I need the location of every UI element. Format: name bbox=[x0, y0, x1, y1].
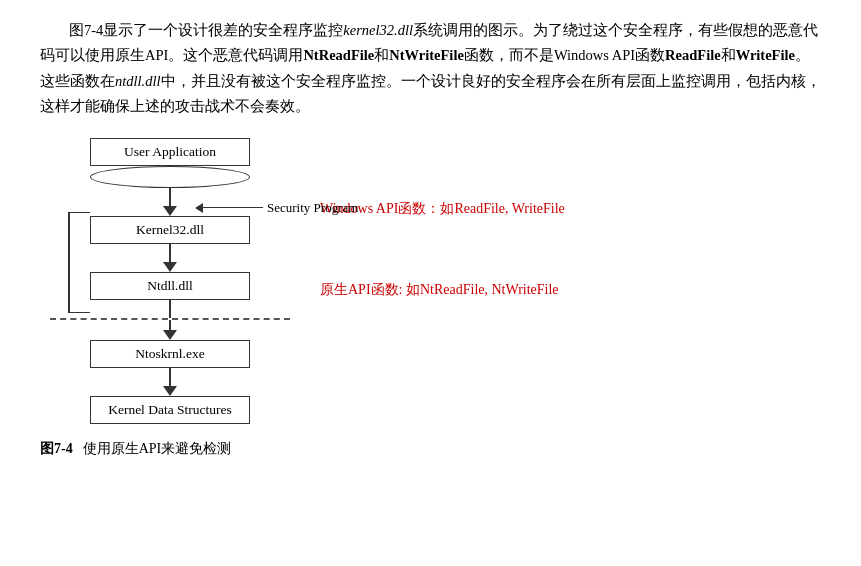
diagram-left: User Application Security Program Kernel… bbox=[40, 138, 300, 424]
arrow-line-2 bbox=[169, 244, 171, 262]
user-application-ellipse bbox=[90, 166, 250, 188]
arrow-line-5 bbox=[169, 368, 171, 386]
ntdll-box: Ntdll.dll bbox=[90, 272, 250, 300]
arrow-line-4 bbox=[169, 320, 171, 330]
security-program-label: Security Program bbox=[267, 200, 358, 216]
native-api-annotation: 原生API函数: 如NtReadFile, NtWriteFile bbox=[320, 279, 821, 300]
figure-caption: 图7-4 使用原生API来避免检测 bbox=[40, 440, 821, 458]
figure-caption-text: 使用原生API来避免检测 bbox=[83, 440, 232, 458]
arrow-down-2 bbox=[163, 262, 177, 272]
diagram: User Application Security Program Kernel… bbox=[40, 138, 821, 424]
arrow-down-1 bbox=[163, 206, 177, 216]
arrow-left-line-icon bbox=[203, 207, 263, 209]
paragraph-text: 图7-4显示了一个设计很差的安全程序监控kernel32.dll系统调用的图示。… bbox=[40, 18, 821, 120]
arrow-down-4 bbox=[163, 386, 177, 396]
left-bracket-line bbox=[68, 212, 70, 312]
windows-api-annotation: Windows API函数：如ReadFile, WriteFile bbox=[320, 198, 821, 219]
kernel32-box: Kernel32.dll bbox=[90, 216, 250, 244]
arrow-down-3 bbox=[163, 330, 177, 340]
left-bracket-top bbox=[68, 212, 90, 214]
ntoskrnl-box: Ntoskrnl.exe bbox=[90, 340, 250, 368]
arrow-line-1 bbox=[169, 188, 171, 206]
diagram-right-annotations: Windows API函数：如ReadFile, WriteFile 原生API… bbox=[300, 138, 821, 360]
left-bracket-bottom bbox=[68, 312, 90, 314]
security-program-annotation: Security Program bbox=[195, 200, 358, 216]
arrow-line-3 bbox=[169, 300, 171, 318]
figure-number: 图7-4 bbox=[40, 440, 73, 458]
arrow-left-head-icon bbox=[195, 203, 203, 213]
user-application-box: User Application bbox=[90, 138, 250, 166]
kernel-data-box: Kernel Data Structures bbox=[90, 396, 250, 424]
